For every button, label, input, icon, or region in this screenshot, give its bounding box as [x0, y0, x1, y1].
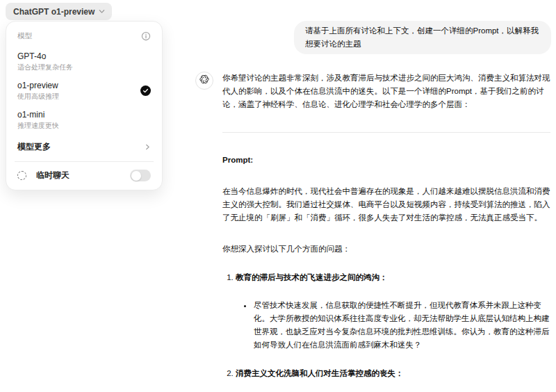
model-name: o1-preview	[17, 81, 59, 90]
temporary-chat-row[interactable]: 临时聊天	[17, 170, 151, 181]
menu-item-gpt-4o[interactable]: GPT-4o 适合处理复杂任务	[17, 51, 151, 72]
more-models-label: 模型更多	[17, 141, 51, 153]
chevron-right-icon	[145, 144, 151, 150]
temporary-chat-label: 临时聊天	[36, 170, 130, 181]
model-description: 使用高级推理	[17, 92, 59, 101]
chat-area: 请基于上面所有讨论和上下文，创建一个详细的Prompt，以解释我想要讨论的主题 …	[195, 21, 551, 392]
model-name: GPT-4o	[17, 51, 73, 61]
menu-item-o1-preview[interactable]: o1-preview 使用高级推理	[17, 81, 151, 101]
user-message-bubble: 请基于上面所有讨论和上下文，创建一个详细的Prompt，以解释我想要讨论的主题	[294, 21, 551, 54]
list-intro: 你想深入探讨以下几个方面的问题：	[222, 243, 550, 256]
topic-heading: 消费主义文化洗脑和人们对生活掌控感的丧失：	[236, 369, 404, 377]
topic-list: 教育的滞后与技术的飞速进步之间的鸿沟： 尽管技术快速发展，信息获取的便捷性不断提…	[222, 271, 550, 392]
model-menu-header: 模型	[17, 30, 151, 42]
model-description: 推理速度更快	[17, 122, 59, 130]
openai-logo-icon	[199, 74, 210, 88]
model-description: 适合处理复杂任务	[17, 63, 73, 72]
topic-heading: 教育的滞后与技术的飞速进步之间的鸿沟：	[236, 273, 388, 281]
selected-check-icon	[140, 85, 151, 96]
toggle-knob	[131, 171, 141, 181]
prompt-body: 在当今信息爆炸的时代，现代社会中普遍存在的现象是，人们越来越难以摆脱信息洪流和消…	[222, 185, 550, 224]
topic-bullets: 尽管技术快速发展，信息获取的便捷性不断提升，但现代教育体系并未跟上这种变化。大学…	[236, 299, 550, 352]
chevron-down-icon	[99, 8, 105, 15]
topic-item: 教育的滞后与技术的飞速进步之间的鸿沟： 尽管技术快速发展，信息获取的便捷性不断提…	[236, 271, 550, 352]
model-menu-title: 模型	[17, 31, 32, 41]
model-switcher-button[interactable]: ChatGPT o1-preview	[6, 3, 112, 20]
topic-bullet: 尽管技术快速发展，信息获取的便捷性不断提升，但现代教育体系并未跟上这种变化。大学…	[253, 299, 550, 352]
temporary-chat-icon	[17, 171, 26, 180]
model-name: o1-mini	[17, 110, 59, 120]
info-icon[interactable]	[141, 31, 151, 41]
assistant-message-content: 你希望讨论的主题非常深刻，涉及教育滞后与技术进步之间的巨大鸿沟、消费主义和算法对…	[222, 72, 550, 392]
menu-item-more-models[interactable]: 模型更多	[17, 141, 151, 153]
temporary-chat-toggle[interactable]	[130, 170, 151, 181]
assistant-avatar	[195, 72, 213, 90]
assistant-intro: 你希望讨论的主题非常深刻，涉及教育滞后与技术进步之间的巨大鸿沟、消费主义和算法对…	[222, 72, 550, 111]
model-switcher-label: ChatGPT o1-preview	[13, 7, 95, 17]
model-menu: 模型 GPT-4o 适合处理复杂任务 o1-preview 使用高级推理 o1-…	[6, 21, 163, 190]
topic-item: 消费主义文化洗脑和人们对生活掌控感的丧失： 现代人生活在一个充斥着商品的消费主义…	[236, 367, 550, 392]
menu-item-o1-mini[interactable]: o1-mini 推理速度更快	[17, 110, 151, 130]
prompt-heading: Prompt:	[222, 154, 550, 167]
content-divider	[222, 132, 550, 133]
assistant-message-row: 你希望讨论的主题非常深刻，涉及教育滞后与技术进步之间的巨大鸿沟、消费主义和算法对…	[195, 72, 551, 392]
menu-divider	[15, 161, 154, 162]
user-message-row: 请基于上面所有讨论和上下文，创建一个详细的Prompt，以解释我想要讨论的主题	[195, 21, 551, 54]
